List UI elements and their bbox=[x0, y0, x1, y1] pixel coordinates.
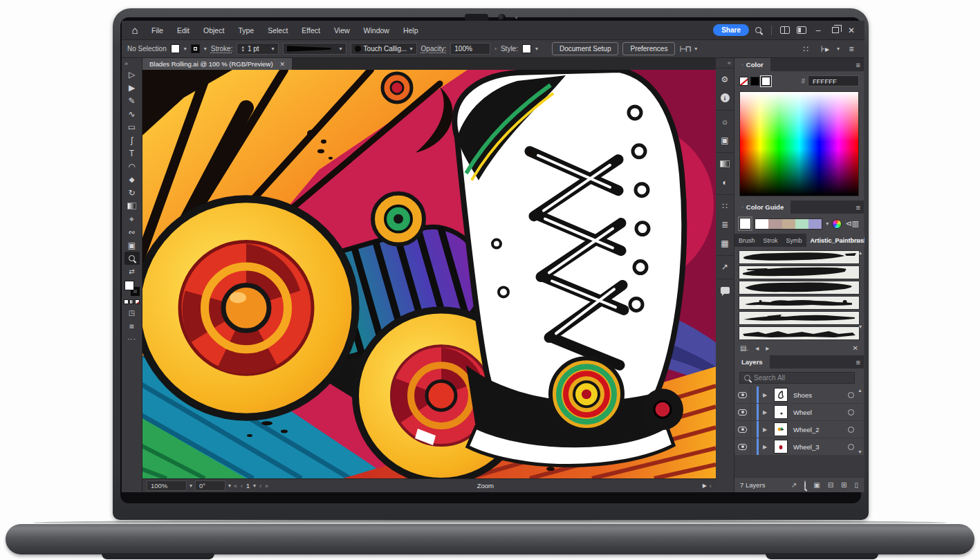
stroke-tab[interactable]: Strok bbox=[759, 234, 782, 247]
harmony-swatch[interactable] bbox=[755, 219, 768, 229]
color-guide-menu-icon[interactable]: ≡ bbox=[856, 203, 860, 212]
workspace-chevron-icon[interactable]: ▾ bbox=[837, 46, 840, 52]
color-guide-tab[interactable]: ◦Color Guide bbox=[734, 200, 791, 214]
remove-brush-icon[interactable]: ✕ bbox=[853, 344, 858, 352]
color-panel-menu-icon[interactable]: ≡ bbox=[856, 61, 860, 69]
color-spectrum-picker[interactable] bbox=[739, 91, 859, 196]
brush-preview[interactable] bbox=[739, 311, 860, 325]
hex-value[interactable]: FFFFFF bbox=[813, 77, 837, 85]
comments-panel-icon[interactable] bbox=[718, 283, 732, 297]
hex-value-field[interactable]: FFFFFF bbox=[808, 75, 859, 86]
layer-target-icon[interactable] bbox=[848, 444, 854, 450]
draw-mode-icon[interactable]: ◳ bbox=[124, 306, 140, 319]
arc-tool[interactable]: ◠ bbox=[124, 160, 140, 173]
brush-definition-field[interactable]: Touch Callig... ▾ bbox=[351, 43, 417, 55]
locate-object-icon[interactable] bbox=[804, 481, 806, 489]
none-swatch[interactable] bbox=[739, 77, 748, 86]
layers-search-input[interactable]: Search All bbox=[739, 372, 855, 384]
swap-fill-stroke-icon[interactable]: ⇄ bbox=[124, 265, 140, 278]
stroke-chevron-icon[interactable]: ▾ bbox=[204, 46, 207, 52]
first-artboard-icon[interactable]: « bbox=[234, 483, 237, 489]
brush-preview[interactable] bbox=[739, 326, 860, 340]
opacity-field[interactable]: 100% bbox=[450, 43, 490, 55]
curvature-tool[interactable]: ∿ bbox=[124, 107, 140, 120]
status-play-icon[interactable]: ▶ bbox=[703, 483, 707, 489]
opacity-label[interactable]: Opacity: bbox=[421, 45, 447, 53]
harmony-swatch[interactable] bbox=[795, 219, 808, 229]
isolate-chevron-icon[interactable]: ▾ bbox=[694, 46, 697, 52]
fill-color-swatch[interactable] bbox=[171, 44, 180, 53]
visibility-eye-icon[interactable] bbox=[734, 438, 751, 455]
layer-row[interactable]: ▶ Wheel_3 bbox=[734, 438, 864, 456]
layer-row[interactable]: ▶ Wheel_2 bbox=[734, 421, 864, 438]
layer-row[interactable]: ▶ Shoes bbox=[734, 386, 864, 404]
visibility-eye-icon[interactable] bbox=[734, 421, 751, 438]
artboard-number[interactable]: 1 bbox=[246, 483, 250, 489]
layer-thumbnail[interactable] bbox=[774, 405, 788, 419]
gradient-panel-icon[interactable] bbox=[718, 156, 732, 171]
artboards-icon[interactable]: ▣ bbox=[718, 133, 732, 147]
menu-edit[interactable]: Edit bbox=[171, 26, 196, 35]
search-icon[interactable] bbox=[750, 24, 766, 37]
brush-preview[interactable] bbox=[739, 265, 860, 279]
brush-libraries-icon[interactable]: ▤. bbox=[740, 344, 748, 352]
opacity-value[interactable]: 100% bbox=[454, 45, 472, 53]
expand-chevron-icon[interactable]: ▶ bbox=[763, 427, 771, 433]
toolbar-expand-icon[interactable]: » bbox=[122, 59, 131, 68]
brush-definition-value[interactable]: Touch Callig... bbox=[364, 45, 407, 53]
brushes-tab[interactable]: Brush bbox=[734, 234, 759, 247]
close-button[interactable]: ✕ bbox=[844, 24, 859, 37]
dock-collapse-icon[interactable]: « bbox=[728, 59, 734, 66]
preferences-button[interactable]: Preferences bbox=[622, 42, 675, 55]
home-icon[interactable]: ⌂ bbox=[126, 24, 144, 37]
layer-thumbnail[interactable] bbox=[774, 388, 788, 402]
expand-chevron-icon[interactable]: ▶ bbox=[763, 392, 771, 398]
settings-gear-icon[interactable]: ⚙ bbox=[718, 72, 732, 86]
collect-for-export-icon[interactable]: ↗ bbox=[791, 481, 797, 489]
new-sublayer-icon[interactable]: ⊟ bbox=[828, 481, 833, 489]
visibility-eye-icon[interactable] bbox=[734, 404, 751, 420]
fill-stroke-indicator[interactable] bbox=[124, 281, 140, 296]
symbols-tab[interactable]: Symb bbox=[782, 234, 806, 247]
rotation-value[interactable]: 0° bbox=[199, 482, 205, 489]
transform-panel-icon[interactable]: ∷ bbox=[718, 198, 732, 213]
pen-tool[interactable]: ✎ bbox=[124, 94, 140, 107]
control-menu-icon[interactable]: ≡ bbox=[844, 43, 859, 55]
previous-artboard-icon[interactable]: ‹ bbox=[241, 483, 243, 489]
document-setup-button[interactable]: Document Setup bbox=[552, 42, 619, 55]
harmony-swatch[interactable] bbox=[808, 219, 822, 229]
color-panel-tab[interactable]: ◦Color bbox=[734, 58, 770, 71]
zoom-chevron-icon[interactable]: ▾ bbox=[189, 483, 192, 489]
info-icon[interactable]: i bbox=[718, 91, 732, 105]
stroke-color-swatch[interactable] bbox=[191, 44, 200, 53]
layer-name[interactable]: Wheel_3 bbox=[793, 443, 848, 451]
touch-workspace-icon[interactable]: ∷ bbox=[798, 43, 813, 55]
artboard-tool[interactable]: ▣ bbox=[124, 239, 140, 252]
brush-preview[interactable] bbox=[739, 281, 860, 295]
black-swatch[interactable] bbox=[750, 77, 759, 86]
gradient-mode-icon[interactable] bbox=[129, 299, 134, 304]
rectangle-tool[interactable]: ▭ bbox=[124, 120, 140, 133]
artboard-canvas[interactable] bbox=[142, 70, 716, 478]
expand-chevron-icon[interactable]: ▶ bbox=[763, 409, 771, 416]
menu-select[interactable]: Select bbox=[261, 26, 294, 35]
make-mask-icon[interactable]: ▣ bbox=[813, 481, 820, 489]
zoom-level-value[interactable]: 100% bbox=[151, 482, 167, 489]
style-swatch[interactable] bbox=[522, 44, 531, 53]
harmony-swatch[interactable] bbox=[782, 219, 795, 229]
visibility-eye-icon[interactable] bbox=[734, 386, 751, 403]
more-tools-icon[interactable]: ··· bbox=[127, 335, 136, 343]
stroke-stepper[interactable]: ▲▼ bbox=[241, 46, 244, 53]
stroke-weight-field[interactable]: ▲▼ 1 pt ▾ bbox=[237, 43, 278, 55]
none-mode-icon[interactable] bbox=[135, 299, 140, 304]
workspace-switcher-icon[interactable] bbox=[794, 24, 809, 37]
brush-preview[interactable] bbox=[739, 296, 860, 310]
brush-preview[interactable] bbox=[739, 250, 860, 264]
base-color-swatch[interactable] bbox=[739, 218, 751, 230]
arrange-documents-icon[interactable] bbox=[777, 24, 793, 37]
paintbrush-tool[interactable]: ʃ bbox=[124, 133, 140, 147]
width-profile-field[interactable]: ▾ bbox=[283, 43, 346, 55]
minimize-button[interactable]: – bbox=[811, 24, 826, 37]
layer-target-icon[interactable] bbox=[848, 427, 854, 433]
workspace-icon[interactable]: ⊦▸ bbox=[817, 43, 833, 55]
